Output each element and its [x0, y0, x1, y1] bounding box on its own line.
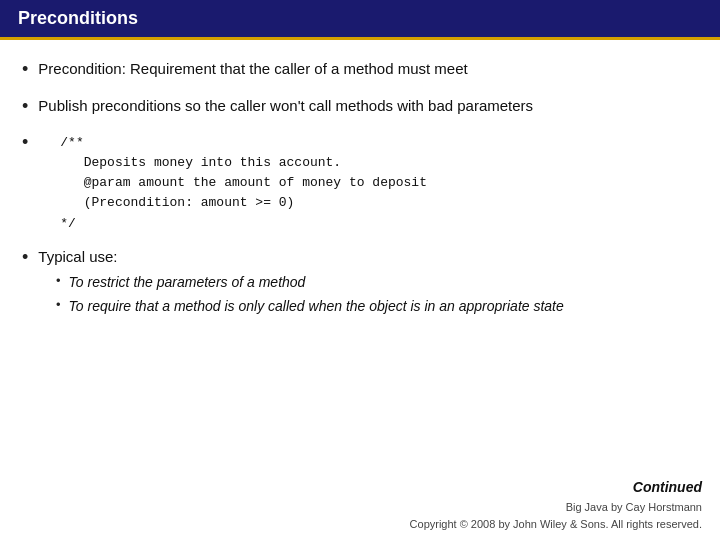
- copyright: Big Java by Cay Horstmann Copyright © 20…: [410, 499, 702, 532]
- bullet-item-1: • Precondition: Requirement that the cal…: [22, 58, 698, 81]
- copyright-line2: Copyright © 2008 by John Wiley & Sons. A…: [410, 518, 702, 530]
- copyright-line1: Big Java by Cay Horstmann: [566, 501, 702, 513]
- slide: Preconditions • Precondition: Requiremen…: [0, 0, 720, 540]
- code-block: /** Deposits money into this account. @p…: [60, 133, 427, 234]
- bullet-icon-1: •: [22, 59, 28, 80]
- bullet-icon-code: •: [22, 132, 28, 153]
- typical-header: • Typical use:: [22, 246, 698, 269]
- header-title: Preconditions: [18, 8, 138, 28]
- sub-bullet-text-1: To restrict the parameters of a method: [69, 272, 306, 292]
- continued-label: Continued: [633, 479, 702, 495]
- slide-header: Preconditions: [0, 0, 720, 37]
- typical-label: Typical use:: [38, 246, 117, 269]
- sub-bullet-text-2: To require that a method is only called …: [69, 296, 564, 316]
- sub-bullets: • To restrict the parameters of a method…: [56, 272, 698, 316]
- sub-bullet-2: • To require that a method is only calle…: [56, 296, 698, 316]
- bullet-icon-2: •: [22, 96, 28, 117]
- slide-footer: Continued Big Java by Cay Horstmann Copy…: [0, 473, 720, 540]
- bullet-text-2: Publish preconditions so the caller won'…: [38, 95, 533, 118]
- bullet-text-1: Precondition: Requirement that the calle…: [38, 58, 467, 81]
- bullet-icon-typical: •: [22, 247, 28, 268]
- typical-section: • Typical use: • To restrict the paramet…: [22, 246, 698, 319]
- bullet-item-code: • /** Deposits money into this account. …: [22, 131, 698, 236]
- slide-content: • Precondition: Requirement that the cal…: [0, 40, 720, 473]
- sub-bullet-icon-2: •: [56, 297, 61, 312]
- bullet-item-2: • Publish preconditions so the caller wo…: [22, 95, 698, 118]
- sub-bullet-1: • To restrict the parameters of a method: [56, 272, 698, 292]
- sub-bullet-icon-1: •: [56, 273, 61, 288]
